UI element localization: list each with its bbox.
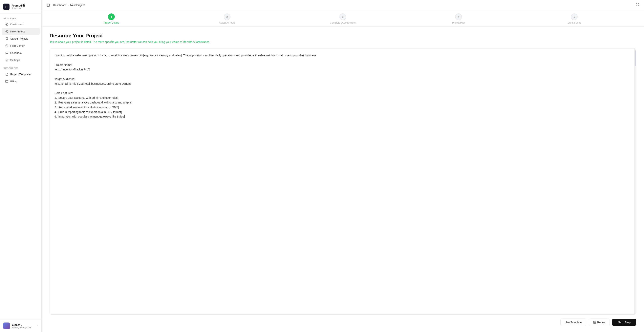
sidebar-item-label: Dashboard (10, 23, 24, 26)
bookmark-icon (5, 37, 8, 40)
sidebar-toggle-button[interactable] (46, 2, 51, 8)
sidebar-item-dashboard[interactable]: Dashboard (2, 21, 40, 28)
step-4: 4 Project Plan (401, 13, 516, 26)
action-bar: Use Template Refine Next Step (50, 319, 636, 326)
help-circle-icon (5, 44, 8, 47)
sidebar-item-label: Saved Projects (10, 37, 28, 40)
svg-point-1 (6, 24, 7, 25)
topbar-settings-button[interactable] (635, 2, 640, 8)
step-5-label: Create Docs (568, 21, 581, 26)
use-template-button[interactable]: Use Template (560, 319, 586, 326)
app-logo-icon: P (3, 3, 10, 10)
sidebar-item-label: Billing (10, 80, 18, 83)
sidebar-item-label: Feedback (10, 51, 22, 54)
main-content: Dashboard › New Project 1 Project Detail… (42, 0, 644, 332)
circle-dot-icon (5, 23, 8, 26)
breadcrumb-current: New Project (70, 3, 85, 6)
content-area: Describe Your Project Tell us about your… (42, 27, 644, 332)
svg-rect-10 (47, 4, 50, 6)
step-3-label: Complete Questionnaire (330, 21, 356, 26)
sidebar-item-project-templates[interactable]: Project Templates (2, 71, 40, 78)
sidebar-item-new-project[interactable]: New Project (2, 28, 40, 35)
user-profile[interactable]: EthanYu ethan@ethanyu.me ⌃ (0, 320, 42, 332)
sidebar: P PromptKit Enterprise Platform Dashboar… (0, 0, 42, 332)
gear-icon (5, 58, 8, 62)
step-5: 5 Create Docs (516, 13, 632, 26)
scrollbar-thumb[interactable] (635, 50, 636, 66)
step-2-label: Select AI Tools (219, 21, 235, 26)
step-5-circle: 5 (571, 13, 578, 20)
project-description-textarea[interactable] (50, 48, 634, 314)
sidebar-item-label: Help Center (10, 44, 24, 47)
user-name: EthanYu (12, 323, 31, 326)
step-4-circle: 4 (455, 13, 462, 20)
topbar-right (635, 2, 640, 8)
project-description-wrapper (50, 48, 636, 315)
scrollbar-track (634, 48, 636, 314)
page-subtitle: Tell us about your project in detail. Th… (50, 40, 636, 43)
user-email: ethan@ethanyu.me (12, 326, 31, 329)
sidebar-item-billing[interactable]: Billing (2, 78, 40, 85)
app-tier: Enterprise (12, 7, 25, 9)
topbar: Dashboard › New Project (42, 0, 644, 10)
message-circle-icon (5, 51, 8, 54)
page-title: Describe Your Project (50, 33, 636, 39)
sidebar-item-label: Project Templates (10, 73, 32, 76)
svg-point-12 (637, 4, 638, 5)
svg-rect-8 (5, 80, 8, 82)
step-2: 2 Select AI Tools (169, 13, 285, 26)
refine-button-label: Refine (597, 321, 605, 324)
step-1: 1 Project Details (54, 13, 169, 26)
sidebar-item-feedback[interactable]: Feedback (2, 49, 40, 56)
next-step-button[interactable]: Next Step (612, 319, 636, 326)
steps-bar: 1 Project Details 2 Select AI Tools 3 Co… (42, 10, 644, 27)
logo-area: P PromptKit Enterprise (0, 0, 42, 14)
avatar (3, 323, 10, 329)
plus-circle-icon (5, 30, 8, 33)
logo-text: PromptKit Enterprise (12, 4, 25, 10)
step-4-label: Project Plan (452, 21, 465, 26)
breadcrumb-parent[interactable]: Dashboard (53, 3, 66, 6)
refine-button[interactable]: Refine (589, 319, 610, 326)
svg-point-7 (6, 60, 7, 60)
file-icon (5, 73, 8, 76)
step-1-circle: 1 (108, 13, 115, 20)
step-1-label: Project Details (104, 21, 119, 26)
resources-section-label: Recources (0, 63, 42, 71)
sidebar-item-help-center[interactable]: Help Center (2, 42, 40, 49)
sidebar-item-settings[interactable]: Settings (2, 57, 40, 63)
step-3-circle: 3 (340, 13, 346, 20)
app-name: PromptKit (12, 4, 25, 7)
sidebar-item-label: Settings (10, 59, 20, 62)
sidebar-item-saved-projects[interactable]: Saved Projects (2, 35, 40, 42)
breadcrumb-separator: › (68, 3, 69, 6)
step-2-circle: 2 (224, 13, 230, 20)
chevron-icon: ⌃ (36, 325, 38, 327)
step-3: 3 Complete Questionnaire (285, 13, 401, 26)
platform-section-label: Platform (0, 14, 42, 21)
sidebar-item-label: New Project (10, 30, 25, 33)
breadcrumb: Dashboard › New Project (53, 3, 84, 6)
credit-card-icon (5, 80, 8, 83)
